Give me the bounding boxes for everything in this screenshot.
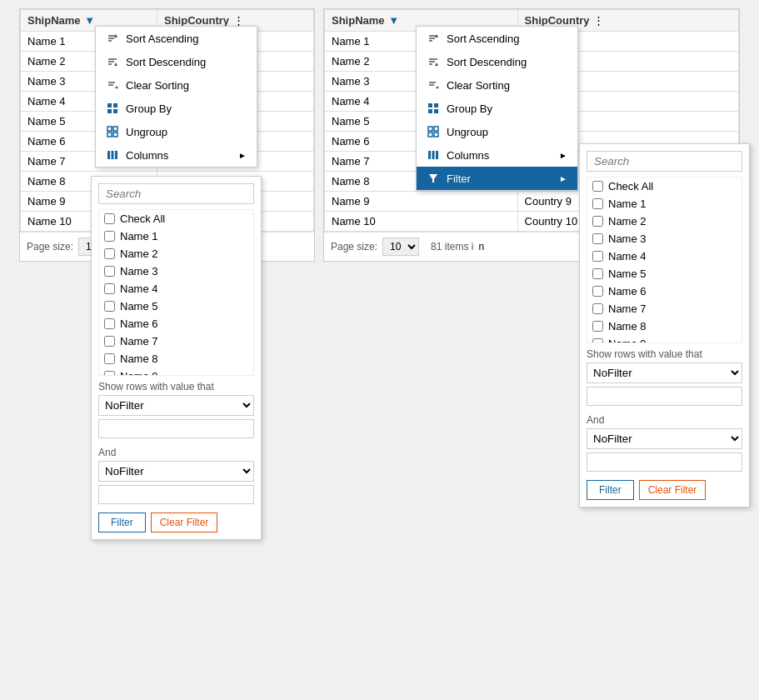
left-menu-sort-asc[interactable]: Sort Ascending: [96, 27, 257, 50]
right-menu-sort-asc[interactable]: Sort Ascending: [417, 27, 577, 50]
right-menu-sort-asc-label: Sort Ascending: [447, 32, 519, 45]
right-filter-select2[interactable]: NoFilter: [587, 428, 742, 449]
left-filter-select2[interactable]: NoFilter: [98, 461, 254, 482]
right-search-input[interactable]: [587, 151, 742, 172]
left-search-input[interactable]: [98, 183, 254, 204]
left-check-name2-checkbox[interactable]: [104, 248, 115, 259]
left-menu-columns[interactable]: Columns ►: [96, 143, 257, 167]
right-shipcountry-menu-icon[interactable]: ⋮: [593, 15, 605, 27]
right-shipcountry-label: ShipCountry: [525, 14, 590, 27]
left-check-name9[interactable]: Name 9: [99, 368, 253, 376]
right-shipname-filter-icon[interactable]: ▼: [388, 15, 400, 27]
svg-rect-42: [434, 132, 438, 137]
right-menu-filter-label: Filter: [447, 172, 471, 185]
svg-rect-16: [107, 127, 112, 131]
right-filter-select1[interactable]: NoFilter: [587, 362, 742, 383]
left-check-name2[interactable]: Name 2: [99, 245, 253, 262]
right-check-name4-checkbox[interactable]: [592, 251, 603, 262]
left-checkbox-list[interactable]: Check All Name 1 Name 2 Name 3 Name 4 Na…: [98, 209, 254, 376]
left-check-name1-checkbox[interactable]: [104, 231, 115, 242]
svg-rect-38: [434, 109, 438, 113]
right-check-all[interactable]: Check All: [587, 178, 742, 195]
left-check-name4-checkbox[interactable]: [104, 283, 115, 294]
right-menu-columns[interactable]: Columns ►: [417, 143, 577, 167]
left-check-name3-checkbox[interactable]: [104, 266, 115, 277]
left-menu-ungroup[interactable]: Ungroup: [96, 120, 257, 143]
left-check-name4[interactable]: Name 4: [99, 280, 253, 298]
left-check-name8-checkbox[interactable]: [104, 353, 115, 364]
right-check-name1-checkbox[interactable]: [592, 198, 603, 209]
left-check-name5-checkbox[interactable]: [104, 301, 115, 312]
clear-sort-icon: [106, 78, 119, 92]
right-ungroup-icon: [427, 125, 440, 138]
left-check-name7-checkbox[interactable]: [104, 336, 115, 347]
right-shipname-label: ShipName: [332, 14, 385, 27]
right-check-name1[interactable]: Name 1: [587, 195, 742, 212]
left-filter-value1[interactable]: [98, 419, 254, 438]
right-menu-group-by[interactable]: Group By: [417, 97, 577, 120]
left-shipcountry-label: ShipCountry: [164, 14, 229, 27]
svg-marker-7: [114, 62, 117, 66]
right-check-name7[interactable]: Name 7: [587, 300, 742, 318]
right-menu-ungroup[interactable]: Ungroup: [417, 120, 577, 143]
left-check-name8[interactable]: Name 8: [99, 350, 253, 368]
right-check-name5-checkbox[interactable]: [592, 268, 603, 279]
right-filter-value1[interactable]: [587, 387, 742, 406]
left-shipcountry-menu-icon[interactable]: ⋮: [232, 15, 244, 27]
left-check-name1[interactable]: Name 1: [99, 228, 253, 245]
left-shipname-filter-icon[interactable]: ▼: [84, 15, 96, 27]
right-check-name3-checkbox[interactable]: [592, 233, 603, 244]
right-check-name5[interactable]: Name 5: [587, 265, 742, 282]
left-filter-button[interactable]: Filter: [98, 512, 146, 532]
left-check-name6-checkbox[interactable]: [104, 318, 115, 329]
right-check-name3[interactable]: Name 3: [587, 230, 742, 248]
right-check-name8-checkbox[interactable]: [592, 321, 603, 332]
right-page-size-select[interactable]: 10: [382, 238, 419, 256]
right-check-name4[interactable]: Name 4: [587, 248, 742, 265]
sort-asc-icon: [106, 32, 119, 45]
left-check-name7[interactable]: Name 7: [99, 332, 253, 350]
right-filter-button[interactable]: Filter: [587, 480, 634, 500]
left-check-name4-label: Name 4: [120, 282, 158, 295]
right-group-by-icon: [427, 102, 440, 115]
left-check-name9-checkbox[interactable]: [104, 371, 115, 376]
left-menu-sort-desc[interactable]: Sort Descending: [96, 50, 257, 73]
right-check-name8-label: Name 8: [608, 320, 647, 332]
right-menu-filter[interactable]: Filter ►: [417, 167, 577, 190]
left-check-all[interactable]: Check All: [99, 210, 253, 228]
right-checkbox-list[interactable]: Check All Name 1 Name 2 Name 3 Name 4: [587, 177, 742, 343]
left-check-name5[interactable]: Name 5: [99, 298, 253, 315]
svg-rect-43: [428, 151, 431, 159]
right-filter-value2[interactable]: [587, 452, 742, 472]
svg-rect-36: [434, 103, 438, 108]
right-check-name7-checkbox[interactable]: [592, 303, 603, 314]
right-menu-clear-sort[interactable]: Clear Sorting: [417, 73, 577, 97]
right-check-name2-checkbox[interactable]: [592, 216, 603, 227]
right-check-name6[interactable]: Name 6: [587, 282, 742, 300]
right-context-menu: Sort Ascending Sort Descending Clear Sor…: [416, 26, 578, 191]
left-menu-clear-sort[interactable]: Clear Sorting: [96, 73, 257, 97]
left-filter-buttons: Filter Clear Filter: [98, 512, 254, 532]
right-columns-arrow-icon: ►: [559, 151, 567, 160]
left-check-all-checkbox[interactable]: [104, 213, 115, 224]
right-check-name6-checkbox[interactable]: [592, 286, 603, 297]
right-check-name9[interactable]: Name 9: [587, 335, 742, 343]
svg-rect-13: [113, 103, 117, 108]
right-menu-sort-desc[interactable]: Sort Descending: [417, 50, 577, 73]
right-check-name9-checkbox[interactable]: [592, 338, 603, 343]
left-check-name6[interactable]: Name 6: [99, 315, 253, 332]
left-check-name3[interactable]: Name 3: [99, 262, 253, 280]
left-check-name5-label: Name 5: [120, 300, 158, 312]
left-clear-filter-button[interactable]: Clear Filter: [151, 512, 218, 532]
right-clear-filter-button[interactable]: Clear Filter: [639, 480, 707, 500]
right-check-name2[interactable]: Name 2: [587, 212, 742, 230]
right-check-all-checkbox[interactable]: [592, 181, 603, 192]
left-menu-columns-label: Columns: [126, 149, 168, 162]
left-menu-group-by[interactable]: Group By: [96, 97, 257, 120]
right-check-name4-label: Name 4: [608, 250, 647, 262]
left-context-menu: Sort Ascending Sort Descending Clear Sor…: [95, 26, 257, 168]
right-check-name8[interactable]: Name 8: [587, 318, 742, 335]
left-filter-select1[interactable]: NoFilter: [98, 395, 254, 416]
left-filter-value2[interactable]: [98, 485, 254, 504]
left-and-label: And: [98, 447, 254, 458]
